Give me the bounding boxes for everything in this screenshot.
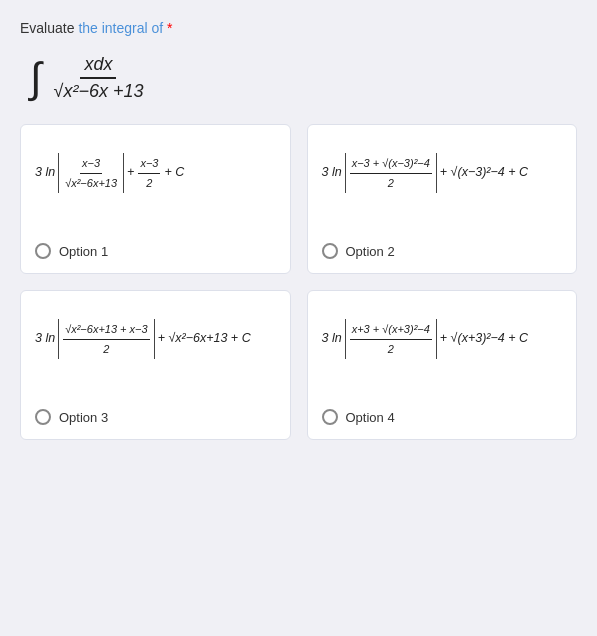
integral-denominator: √x²−6x +13 — [50, 79, 148, 102]
option-1-label-row: Option 1 — [35, 243, 108, 259]
frac-3: x−3 + √(x−3)²−4 2 — [350, 154, 432, 192]
option-4-radio[interactable] — [322, 409, 338, 425]
option-4-label-row: Option 4 — [322, 409, 395, 425]
frac-5: x+3 + √(x+3)²−4 2 — [350, 320, 432, 358]
option-card-1: 3 ln x−3 √x²−6x+13 + x−3 2 + C Option 1 — [20, 124, 291, 274]
options-grid: 3 ln x−3 √x²−6x+13 + x−3 2 + C Option 1 … — [20, 124, 577, 440]
abs-val-4: x+3 + √(x+3)²−4 2 — [345, 319, 437, 359]
frac-2: x−3 2 — [138, 154, 160, 192]
option-card-4: 3 ln x+3 + √(x+3)²−4 2 + √(x+3)²−4 + C O… — [307, 290, 578, 440]
frac-1: x−3 √x²−6x+13 — [63, 154, 119, 192]
abs-val-2: x−3 + √(x−3)²−4 2 — [345, 153, 437, 193]
question-label: Evaluate the integral of * — [20, 20, 577, 36]
option-2-label: Option 2 — [346, 244, 395, 259]
option-2-radio[interactable] — [322, 243, 338, 259]
abs-val-3: √x²−6x+13 + x−3 2 — [58, 319, 154, 359]
required-star: * — [167, 20, 172, 36]
abs-val-1: x−3 √x²−6x+13 — [58, 153, 124, 193]
highlight-text: the integral of — [78, 20, 163, 36]
frac-4: √x²−6x+13 + x−3 2 — [63, 320, 149, 358]
option-4-label: Option 4 — [346, 410, 395, 425]
option-1-radio[interactable] — [35, 243, 51, 259]
option-3-label-row: Option 3 — [35, 409, 108, 425]
option-4-math: 3 ln x+3 + √(x+3)²−4 2 + √(x+3)²−4 + C — [322, 309, 563, 369]
integral-expression: ∫ xdx √x²−6x +13 — [20, 54, 577, 102]
integral-symbol: ∫ — [30, 57, 42, 99]
option-1-math: 3 ln x−3 √x²−6x+13 + x−3 2 + C — [35, 143, 276, 203]
option-3-math: 3 ln √x²−6x+13 + x−3 2 + √x²−6x+13 + C — [35, 309, 276, 369]
option-2-label-row: Option 2 — [322, 243, 395, 259]
option-1-label: Option 1 — [59, 244, 108, 259]
option-card-3: 3 ln √x²−6x+13 + x−3 2 + √x²−6x+13 + C O… — [20, 290, 291, 440]
option-3-label: Option 3 — [59, 410, 108, 425]
option-3-radio[interactable] — [35, 409, 51, 425]
option-card-2: 3 ln x−3 + √(x−3)²−4 2 + √(x−3)²−4 + C O… — [307, 124, 578, 274]
option-2-math: 3 ln x−3 + √(x−3)²−4 2 + √(x−3)²−4 + C — [322, 143, 563, 203]
integral-fraction: xdx √x²−6x +13 — [50, 54, 148, 102]
integral-numerator: xdx — [80, 54, 116, 79]
